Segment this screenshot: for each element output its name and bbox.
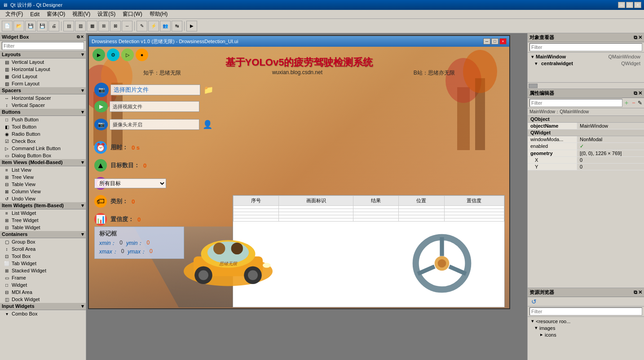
res-browser-close[interactable]: ✕ bbox=[638, 289, 642, 295]
prop-row-geometry[interactable]: geometry [(0, 0), 1226 × 769] bbox=[528, 150, 644, 157]
prop-remove-icon[interactable]: － bbox=[631, 99, 637, 107]
prop-editor-controls[interactable]: ⧉ ✕ bbox=[634, 90, 642, 96]
res-browser-float[interactable]: ⧉ bbox=[634, 289, 637, 295]
tb-grid-button[interactable]: ▦ bbox=[87, 21, 97, 31]
menu-window[interactable]: 窗口(W) bbox=[119, 10, 146, 18]
wb-item-check-box[interactable]: ☑ Check Box bbox=[0, 138, 86, 145]
res-filter-input[interactable] bbox=[529, 307, 642, 316]
menu-help[interactable]: 帮助(H) bbox=[146, 10, 172, 18]
prop-row-objectname[interactable]: objectName MainWindow bbox=[528, 123, 644, 129]
prop-editor-close[interactable]: ✕ bbox=[638, 90, 642, 96]
tb-hlayout-button[interactable]: ▥ bbox=[75, 21, 86, 31]
wb-item-table-view[interactable]: ⊟ Table View bbox=[0, 181, 86, 188]
res-row-root[interactable]: ▾ <resource roo... bbox=[528, 318, 644, 324]
wb-section-layouts[interactable]: Layouts ▾ bbox=[0, 51, 86, 58]
wb-item-tool-button[interactable]: ◧ Tool Button bbox=[0, 123, 86, 130]
wb-item-widget[interactable]: □ Widget bbox=[0, 281, 86, 289]
qt-win-max[interactable]: □ bbox=[491, 38, 498, 44]
prop-row-enabled[interactable]: enabled ✓ bbox=[528, 143, 644, 150]
wb-item-list-widget[interactable]: ≡ List Widget bbox=[0, 209, 86, 217]
prop-filter-input[interactable] bbox=[529, 99, 622, 107]
wb-item-column-view[interactable]: ⊠ Column View bbox=[0, 188, 86, 195]
wb-item-v-spacer[interactable]: ↕ Vertical Spacer bbox=[0, 102, 86, 109]
qt-window-controls[interactable]: ─ □ × bbox=[483, 38, 507, 44]
wb-item-grid-layout[interactable]: ▦ Grid Layout bbox=[0, 73, 86, 80]
wb-item-table-widget[interactable]: ⊟ Table Widget bbox=[0, 224, 86, 231]
tb-edit-button[interactable]: ✎ bbox=[137, 21, 147, 31]
image-file-icon-btn[interactable]: 📷 bbox=[94, 83, 109, 97]
wb-item-frame[interactable]: ▭ Frame bbox=[0, 274, 86, 281]
video-file-input[interactable] bbox=[110, 101, 199, 112]
menu-edit[interactable]: Edit bbox=[26, 11, 43, 18]
widget-box-float[interactable]: ⧉ bbox=[77, 35, 79, 40]
prop-row-y[interactable]: Y 0 bbox=[528, 164, 644, 170]
tb-connect-button[interactable]: ⚡ bbox=[148, 21, 159, 31]
qt-win-min[interactable]: ─ bbox=[483, 38, 490, 44]
folder-icon-btn[interactable]: 📁 bbox=[202, 84, 215, 96]
menu-settings[interactable]: 设置(S) bbox=[94, 10, 119, 18]
wb-item-group-box[interactable]: ▢ Group Box bbox=[0, 238, 86, 245]
wb-item-radio-button[interactable]: ◉ Radio Button bbox=[0, 130, 86, 138]
obj-inspector-close[interactable]: ✕ bbox=[638, 35, 642, 40]
prop-row-x[interactable]: X 0 bbox=[528, 157, 644, 164]
prop-add-icon[interactable]: ＋ bbox=[623, 99, 630, 107]
wb-item-dock-widget[interactable]: ◫ Dock Widget bbox=[0, 296, 86, 303]
res-row-icons[interactable]: ▸ icons bbox=[528, 331, 644, 338]
obj-inspector-controls[interactable]: ⧉ ✕ bbox=[634, 35, 642, 40]
camera-input[interactable] bbox=[110, 119, 199, 130]
tb-taborder-button[interactable]: ↹ bbox=[172, 21, 182, 31]
prop-row-windowmoda[interactable]: windowModa... NonModal bbox=[528, 136, 644, 143]
wb-section-buttons[interactable]: Buttons ▾ bbox=[0, 109, 86, 116]
title-bar-controls[interactable]: ─ □ × bbox=[618, 2, 641, 8]
obj-row-mainwindow[interactable]: ▾ MainWindow QMainWindow bbox=[528, 53, 644, 60]
wb-item-tree-widget[interactable]: ⊞ Tree Widget bbox=[0, 217, 86, 224]
res-refresh-btn[interactable]: ↺ bbox=[529, 298, 538, 305]
wb-item-command-link[interactable]: ▷ Command Link Button bbox=[0, 145, 86, 152]
wb-item-form-layout[interactable]: ▧ Form Layout bbox=[0, 80, 86, 87]
camera-extra-icon[interactable]: 👤 bbox=[201, 119, 214, 130]
wb-item-stacked-widget[interactable]: ⊞ Stacked Widget bbox=[0, 267, 86, 274]
wb-item-tool-box[interactable]: ⊡ Tool Box bbox=[0, 253, 86, 260]
wb-item-h-spacer[interactable]: ↔ Horizontal Spacer bbox=[0, 94, 86, 102]
wb-section-item-views[interactable]: Item Views (Model-Based) ▾ bbox=[0, 159, 86, 166]
maximize-button[interactable]: □ bbox=[626, 2, 633, 8]
wb-item-list-view[interactable]: ≡ List View bbox=[0, 166, 86, 173]
tb-print-button[interactable]: 🖨 bbox=[49, 21, 59, 31]
wb-item-tree-view[interactable]: ⊞ Tree View bbox=[0, 173, 86, 181]
wb-item-horizontal-layout[interactable]: ▥ Horizontal Layout bbox=[0, 66, 86, 73]
tb-adjust-button[interactable]: ⊠ bbox=[110, 21, 121, 31]
prop-editor-float[interactable]: ⧉ bbox=[634, 90, 637, 96]
tb-spacer-button[interactable]: ↔ bbox=[122, 21, 132, 31]
tb-break-button[interactable]: ⊞ bbox=[98, 21, 109, 31]
tb-preview-button[interactable]: ▶ bbox=[186, 21, 197, 31]
res-row-images[interactable]: ▾ images bbox=[528, 324, 644, 331]
wb-item-mdi-area[interactable]: ⊟ MDI Area bbox=[0, 289, 86, 296]
tb-new-button[interactable]: 📄 bbox=[2, 21, 13, 31]
obj-inspector-float[interactable]: ⧉ bbox=[634, 35, 637, 40]
wb-item-dialog-btn-box[interactable]: ▭ Dialog Button Box bbox=[0, 152, 86, 159]
wb-section-item-widgets[interactable]: Item Widgets (Item-Based) ▾ bbox=[0, 202, 86, 209]
widget-box-controls[interactable]: ⧉ ✕ bbox=[77, 35, 84, 40]
wb-item-vertical-layout[interactable]: ▤ Vertical Layout bbox=[0, 58, 86, 66]
video-file-icon-btn[interactable]: ▶ bbox=[94, 101, 108, 112]
qt-win-close[interactable]: × bbox=[499, 38, 507, 44]
wb-item-tab-widget[interactable]: ⬜ Tab Widget bbox=[0, 260, 86, 267]
close-button[interactable]: × bbox=[634, 2, 641, 8]
tb-layout-button[interactable]: ▤ bbox=[63, 21, 74, 31]
wb-item-push-button[interactable]: □ Push Button bbox=[0, 116, 86, 123]
camera-icon-btn[interactable]: 📷 bbox=[94, 119, 108, 130]
tb-open-button[interactable]: 📂 bbox=[13, 21, 24, 31]
menu-file[interactable]: 文件(F) bbox=[2, 10, 26, 18]
wb-item-undo-view[interactable]: ↺ Undo View bbox=[0, 195, 86, 202]
obj-inspector-scroll[interactable] bbox=[528, 83, 644, 89]
all-targets-dropdown[interactable]: 所有目标 bbox=[94, 178, 166, 188]
minimize-button[interactable]: ─ bbox=[618, 2, 625, 8]
wb-section-spacers[interactable]: Spacers ▾ bbox=[0, 87, 86, 94]
menu-form[interactable]: 窗体(O) bbox=[43, 10, 69, 18]
widget-box-filter-input[interactable] bbox=[2, 42, 84, 50]
obj-inspector-filter-input[interactable] bbox=[529, 43, 642, 51]
tb-buddy-button[interactable]: 👥 bbox=[160, 21, 171, 31]
widget-box-close[interactable]: ✕ bbox=[80, 35, 84, 40]
tb-save-all-button[interactable]: 💾 bbox=[37, 21, 48, 31]
wb-section-input-widgets[interactable]: Input Widgets ▾ bbox=[0, 303, 86, 310]
